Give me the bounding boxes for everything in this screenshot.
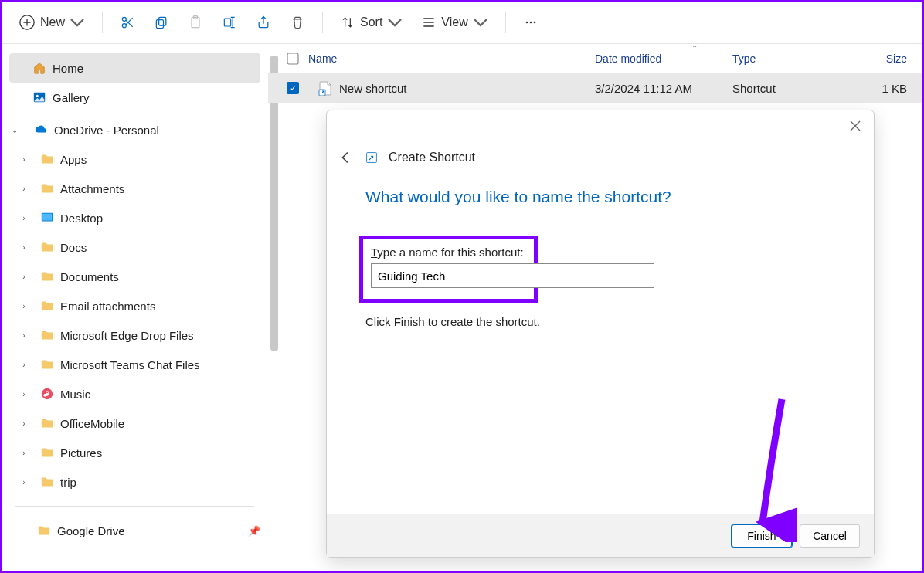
new-label: New [40, 15, 65, 29]
chevron-right-icon[interactable]: › [19, 212, 29, 223]
sidebar-item-onedrive[interactable]: ⌄ OneDrive - Personal [9, 115, 260, 144]
music-icon [40, 387, 54, 401]
sidebar-item-gallery[interactable]: Gallery [9, 83, 260, 112]
file-row[interactable]: ✓ New shortcut 3/2/2024 11:12 AM Shortcu… [268, 73, 922, 103]
column-name[interactable]: Name [308, 53, 595, 65]
folder-icon [40, 475, 54, 489]
cancel-button[interactable]: Cancel [800, 524, 860, 548]
column-type[interactable]: Type [732, 53, 847, 65]
share-button[interactable] [248, 8, 279, 36]
folder-icon [40, 328, 54, 342]
chevron-right-icon[interactable]: › [19, 418, 29, 429]
folder-icon [37, 524, 51, 537]
svg-rect-4 [156, 20, 163, 29]
sidebar-item-pictures[interactable]: ›Pictures [9, 438, 260, 467]
toolbar: New Sort View [2, 2, 922, 44]
column-date[interactable]: Date modified [595, 53, 732, 65]
sidebar-item-label: Documents [60, 270, 119, 283]
sidebar-item-microsoft-teams-chat-files[interactable]: ›Microsoft Teams Chat Files [9, 350, 260, 379]
sidebar-item-docs[interactable]: ›Docs [9, 232, 260, 262]
new-button[interactable]: New [11, 8, 93, 36]
navigation-pane: Home Gallery ⌄ OneDrive - Personal ›Apps… [2, 44, 268, 571]
sidebar-item-attachments[interactable]: ›Attachments [9, 174, 260, 203]
shortcut-name-input[interactable] [371, 263, 654, 288]
scissors-icon [120, 15, 135, 30]
paste-button[interactable] [180, 8, 211, 36]
folder-icon [40, 240, 54, 254]
separator [15, 506, 254, 507]
folder-icon [40, 416, 54, 430]
folder-icon [40, 358, 54, 371]
chevron-right-icon[interactable]: › [19, 330, 29, 341]
cancel-label: Cancel [813, 530, 847, 542]
sidebar-item-label: Home [53, 62, 83, 75]
svg-rect-16 [287, 53, 298, 64]
back-button[interactable] [338, 149, 355, 166]
sidebar-item-trip[interactable]: ›trip [9, 467, 260, 497]
sidebar-item-label: Email attachments [60, 300, 155, 313]
separator [102, 12, 103, 33]
chevron-right-icon[interactable]: › [19, 271, 29, 282]
sidebar-item-email-attachments[interactable]: ›Email attachments [9, 291, 260, 320]
sidebar-item-label: OneDrive - Personal [54, 124, 159, 137]
close-icon [849, 120, 861, 132]
row-checkbox[interactable]: ✓ [287, 82, 299, 94]
copy-button[interactable] [146, 8, 177, 36]
sidebar-item-apps[interactable]: ›Apps [9, 144, 260, 174]
file-type: Shortcut [732, 82, 847, 95]
dialog-footer: Finish Cancel [327, 514, 874, 557]
sidebar-item-home[interactable]: Home [9, 53, 260, 83]
chevron-down-icon[interactable]: ⌄ [9, 124, 20, 135]
home-icon [32, 61, 46, 75]
file-name: New shortcut [339, 82, 595, 95]
delete-button[interactable] [282, 8, 313, 36]
cut-button[interactable] [112, 8, 143, 36]
sidebar-item-microsoft-edge-drop-files[interactable]: ›Microsoft Edge Drop Files [9, 320, 260, 350]
clipboard-icon [188, 15, 203, 30]
folder-icon [40, 152, 54, 166]
svg-rect-7 [224, 19, 230, 26]
list-icon [421, 15, 437, 30]
svg-point-12 [36, 95, 39, 97]
view-button[interactable]: View [413, 8, 495, 36]
sidebar-item-officemobile[interactable]: ›OfficeMobile [9, 409, 260, 438]
chevron-right-icon[interactable]: › [19, 388, 29, 399]
sidebar-item-gdrive[interactable]: Google Drive 📌 [9, 516, 260, 545]
plus-circle-icon [19, 14, 36, 31]
chevron-right-icon[interactable]: › [19, 300, 29, 311]
chevron-down-icon [473, 15, 488, 30]
sidebar-item-desktop[interactable]: ›Desktop [9, 203, 260, 232]
chevron-right-icon[interactable]: › [19, 476, 29, 487]
finish-label: Finish [747, 530, 776, 542]
copy-icon [154, 15, 169, 30]
rename-button[interactable] [214, 8, 245, 36]
sidebar-item-label: Desktop [60, 212, 103, 225]
sort-button[interactable]: Sort [332, 8, 410, 36]
close-button[interactable] [849, 120, 861, 135]
shortcut-icon [365, 151, 378, 164]
folder-icon [40, 299, 54, 313]
chevron-right-icon[interactable]: › [19, 154, 29, 164]
input-label: Type a name for this shortcut: [371, 246, 526, 259]
finish-button[interactable]: Finish [732, 524, 792, 548]
trash-icon [290, 15, 305, 30]
select-all-checkbox[interactable] [277, 53, 308, 65]
folder-icon [40, 181, 54, 195]
sidebar-item-label: Gallery [53, 91, 90, 104]
chevron-right-icon[interactable]: › [19, 447, 29, 458]
chevron-right-icon[interactable]: › [19, 242, 29, 253]
chevron-right-icon[interactable]: › [19, 183, 29, 194]
column-size[interactable]: Size [847, 53, 922, 65]
sidebar-item-label: Music [60, 388, 90, 401]
dialog-header: Create Shortcut [327, 110, 874, 166]
chevron-right-icon[interactable]: › [19, 359, 29, 370]
more-button[interactable] [515, 8, 546, 36]
pin-icon[interactable]: 📌 [248, 525, 260, 537]
separator [505, 12, 506, 33]
create-shortcut-dialog: Create Shortcut What would you like to n… [326, 110, 875, 558]
rename-icon [222, 15, 237, 30]
sidebar-item-documents[interactable]: ›Documents [9, 262, 260, 291]
chevron-down-icon [387, 15, 403, 30]
sidebar-item-music[interactable]: ›Music [9, 379, 260, 409]
view-label: View [441, 15, 467, 29]
